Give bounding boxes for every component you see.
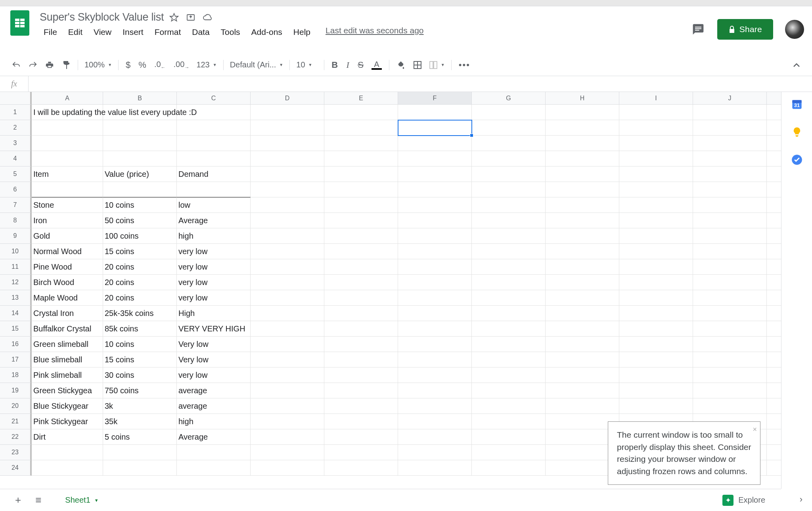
- text-color-button[interactable]: A: [368, 57, 386, 72]
- cell[interactable]: average: [177, 398, 251, 414]
- cell[interactable]: [546, 275, 619, 290]
- cell[interactable]: [177, 105, 251, 120]
- cell[interactable]: [767, 182, 781, 197]
- cell[interactable]: Maple Wood: [32, 290, 103, 306]
- cell[interactable]: High: [177, 306, 251, 321]
- cell[interactable]: [546, 167, 619, 182]
- font-family-dropdown[interactable]: Default (Ari...▼: [227, 59, 287, 71]
- cell[interactable]: [546, 105, 619, 120]
- cell[interactable]: [619, 337, 693, 352]
- cell[interactable]: [619, 321, 693, 337]
- cell[interactable]: [693, 383, 767, 398]
- cell[interactable]: 3k: [103, 398, 177, 414]
- cell[interactable]: [472, 429, 546, 445]
- row-header[interactable]: 16: [0, 337, 32, 352]
- cloud-status-icon[interactable]: [203, 13, 213, 21]
- cell[interactable]: [546, 321, 619, 337]
- cell[interactable]: Birch Wood: [32, 275, 103, 290]
- cell[interactable]: [398, 367, 472, 383]
- cell[interactable]: [767, 429, 781, 445]
- cell[interactable]: [546, 182, 619, 197]
- row-header[interactable]: 2: [0, 120, 32, 136]
- row-header[interactable]: 23: [0, 445, 32, 460]
- bold-button[interactable]: B: [327, 57, 342, 73]
- document-title[interactable]: Super's Skyblock Value list: [40, 11, 164, 23]
- menu-view[interactable]: View: [90, 26, 115, 38]
- collapse-toolbar-button[interactable]: [793, 63, 804, 67]
- last-edit-link[interactable]: Last edit was seconds ago: [326, 26, 424, 38]
- cell[interactable]: [324, 337, 398, 352]
- paint-format-button[interactable]: [58, 58, 75, 72]
- cell[interactable]: [251, 460, 324, 476]
- cell[interactable]: VERY VERY HIGH: [177, 321, 251, 337]
- all-sheets-button[interactable]: ≡: [28, 489, 48, 511]
- cell[interactable]: [251, 120, 324, 136]
- cell[interactable]: very low: [177, 367, 251, 383]
- cell[interactable]: very low: [177, 275, 251, 290]
- cell[interactable]: [324, 352, 398, 367]
- cell[interactable]: Pink Stickygear: [32, 414, 103, 429]
- cell[interactable]: [251, 244, 324, 259]
- cell[interactable]: [693, 244, 767, 259]
- cell[interactable]: [472, 151, 546, 167]
- cell[interactable]: [619, 398, 693, 414]
- cell[interactable]: [32, 120, 103, 136]
- font-size-dropdown[interactable]: 10▼: [293, 59, 321, 71]
- row-header[interactable]: 15: [0, 321, 32, 337]
- cell[interactable]: Blue Stickygear: [32, 398, 103, 414]
- cell[interactable]: [767, 352, 781, 367]
- row-header[interactable]: 13: [0, 290, 32, 306]
- row-header[interactable]: 14: [0, 306, 32, 321]
- cell[interactable]: [324, 197, 398, 213]
- cell[interactable]: 750 coins: [103, 383, 177, 398]
- cell[interactable]: average: [177, 383, 251, 398]
- cell[interactable]: [546, 306, 619, 321]
- cell[interactable]: 20 coins: [103, 275, 177, 290]
- cell[interactable]: [472, 228, 546, 244]
- cell[interactable]: [693, 120, 767, 136]
- cell[interactable]: 15 coins: [103, 244, 177, 259]
- explore-button[interactable]: ✦ Explore: [722, 495, 773, 506]
- account-avatar[interactable]: [785, 20, 804, 39]
- cell[interactable]: [251, 414, 324, 429]
- cell[interactable]: [619, 213, 693, 228]
- move-icon[interactable]: [186, 13, 195, 22]
- cell[interactable]: 35k: [103, 414, 177, 429]
- row-header[interactable]: 17: [0, 352, 32, 367]
- cell[interactable]: [767, 197, 781, 213]
- cell[interactable]: [324, 429, 398, 445]
- cell[interactable]: Dirt: [32, 429, 103, 445]
- column-header[interactable]: B: [103, 92, 177, 105]
- cell[interactable]: very low: [177, 259, 251, 275]
- cell[interactable]: [324, 244, 398, 259]
- cell[interactable]: [398, 321, 472, 337]
- cell[interactable]: [398, 213, 472, 228]
- cell[interactable]: [767, 136, 781, 151]
- cell[interactable]: [767, 383, 781, 398]
- cell[interactable]: [546, 197, 619, 213]
- menu-addons[interactable]: Add-ons: [247, 26, 286, 38]
- fx-label[interactable]: fx: [0, 76, 29, 92]
- cell[interactable]: Crystal Iron: [32, 306, 103, 321]
- cell[interactable]: [32, 151, 103, 167]
- cell[interactable]: [767, 445, 781, 460]
- cell[interactable]: [103, 151, 177, 167]
- cell[interactable]: [251, 290, 324, 306]
- cell[interactable]: [619, 352, 693, 367]
- cell[interactable]: [693, 182, 767, 197]
- cell[interactable]: [472, 105, 546, 120]
- cell[interactable]: [251, 136, 324, 151]
- cell[interactable]: [251, 105, 324, 120]
- cell[interactable]: Normal Wood: [32, 244, 103, 259]
- cell[interactable]: [251, 429, 324, 445]
- cell[interactable]: Green slimeball: [32, 337, 103, 352]
- decrease-decimal-button[interactable]: .0←: [150, 57, 170, 73]
- cell[interactable]: [546, 120, 619, 136]
- cell[interactable]: [472, 414, 546, 429]
- cell[interactable]: 10 coins: [103, 337, 177, 352]
- cell[interactable]: [546, 337, 619, 352]
- cell[interactable]: [398, 228, 472, 244]
- cell[interactable]: [324, 275, 398, 290]
- column-header[interactable]: E: [324, 92, 398, 105]
- cell[interactable]: Blue slimeball: [32, 352, 103, 367]
